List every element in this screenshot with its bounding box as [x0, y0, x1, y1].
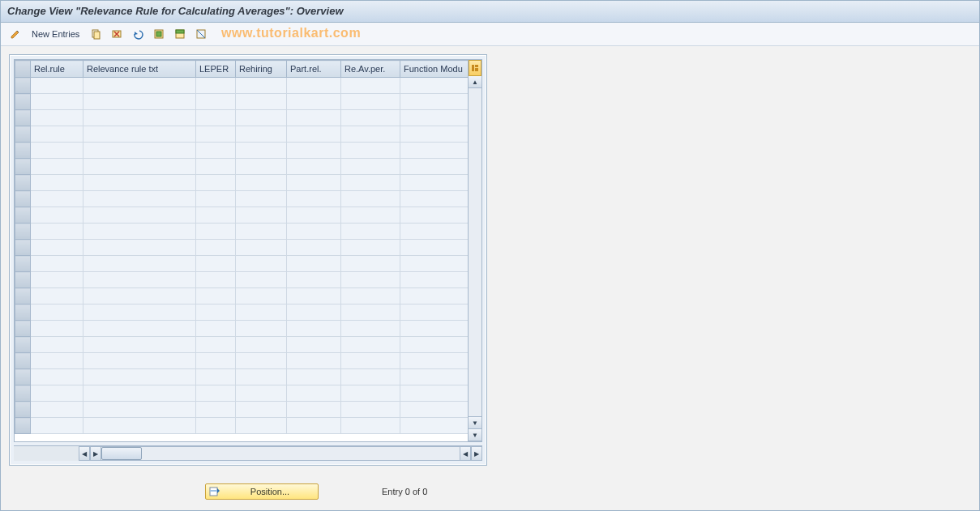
- cell[interactable]: [341, 240, 400, 256]
- cell[interactable]: [196, 353, 236, 369]
- scroll-right-inner-icon[interactable]: ▶: [90, 446, 101, 461]
- cell[interactable]: [400, 402, 469, 418]
- cell[interactable]: [196, 304, 236, 321]
- table-row[interactable]: [15, 321, 469, 337]
- table-row[interactable]: [15, 337, 469, 353]
- column-header[interactable]: Relevance rule txt: [83, 61, 196, 78]
- cell[interactable]: [287, 94, 341, 110]
- cell[interactable]: [196, 159, 236, 175]
- table-row[interactable]: [15, 110, 469, 126]
- cell[interactable]: [31, 353, 83, 369]
- cell[interactable]: [83, 78, 196, 94]
- cell[interactable]: [287, 272, 341, 288]
- cell[interactable]: [31, 304, 83, 321]
- cell[interactable]: [341, 159, 400, 175]
- table-row[interactable]: [15, 191, 469, 207]
- cell[interactable]: [31, 418, 83, 434]
- cell[interactable]: [400, 272, 469, 288]
- cell[interactable]: [31, 240, 83, 256]
- cell[interactable]: [83, 304, 196, 321]
- cell[interactable]: [400, 224, 469, 240]
- cell[interactable]: [341, 369, 400, 385]
- cell[interactable]: [400, 94, 469, 110]
- cell[interactable]: [196, 143, 236, 159]
- row-selector[interactable]: [15, 353, 31, 369]
- change-icon[interactable]: [7, 26, 24, 42]
- table-row[interactable]: [15, 369, 469, 385]
- cell[interactable]: [236, 240, 287, 256]
- scroll-down-icon[interactable]: ▼: [469, 416, 481, 428]
- cell[interactable]: [236, 159, 287, 175]
- cell[interactable]: [400, 191, 469, 207]
- cell[interactable]: [236, 369, 287, 385]
- cell[interactable]: [236, 288, 287, 304]
- cell[interactable]: [31, 94, 83, 110]
- horizontal-scrollbar[interactable]: ◀ ▶ ◀ ▶: [14, 445, 482, 461]
- cell[interactable]: [83, 94, 196, 110]
- cell[interactable]: [287, 175, 341, 191]
- row-selector[interactable]: [15, 288, 31, 304]
- row-selector[interactable]: [15, 143, 31, 159]
- cell[interactable]: [400, 110, 469, 126]
- hscroll-track[interactable]: [101, 446, 460, 461]
- cell[interactable]: [287, 240, 341, 256]
- cell[interactable]: [236, 321, 287, 337]
- cell[interactable]: [31, 321, 83, 337]
- row-selector[interactable]: [15, 337, 31, 353]
- row-selector[interactable]: [15, 304, 31, 321]
- scroll-left2-icon[interactable]: ◀: [460, 446, 471, 461]
- select-block-icon[interactable]: [172, 26, 188, 42]
- cell[interactable]: [341, 385, 400, 402]
- cell[interactable]: [400, 418, 469, 434]
- cell[interactable]: [341, 272, 400, 288]
- cell[interactable]: [287, 418, 341, 434]
- cell[interactable]: [83, 110, 196, 126]
- table-row[interactable]: [15, 288, 469, 304]
- column-header[interactable]: LEPER: [196, 61, 236, 78]
- cell[interactable]: [83, 207, 196, 224]
- table-row[interactable]: [15, 240, 469, 256]
- cell[interactable]: [83, 321, 196, 337]
- cell[interactable]: [31, 78, 83, 94]
- cell[interactable]: [83, 143, 196, 159]
- cell[interactable]: [236, 418, 287, 434]
- cell[interactable]: [341, 126, 400, 143]
- cell[interactable]: [400, 207, 469, 224]
- cell[interactable]: [400, 159, 469, 175]
- cell[interactable]: [196, 207, 236, 224]
- cell[interactable]: [287, 385, 341, 402]
- data-table[interactable]: Rel.ruleRelevance rule txtLEPERRehiringP…: [14, 59, 469, 442]
- table-row[interactable]: [15, 304, 469, 321]
- cell[interactable]: [287, 143, 341, 159]
- deselect-all-icon[interactable]: [193, 26, 209, 42]
- cell[interactable]: [31, 126, 83, 143]
- row-selector[interactable]: [15, 191, 31, 207]
- select-all-icon[interactable]: [151, 26, 167, 42]
- cell[interactable]: [83, 256, 196, 272]
- row-selector[interactable]: [15, 369, 31, 385]
- cell[interactable]: [287, 78, 341, 94]
- cell[interactable]: [400, 78, 469, 94]
- cell[interactable]: [287, 402, 341, 418]
- cell[interactable]: [83, 385, 196, 402]
- cell[interactable]: [287, 126, 341, 143]
- vscroll-track[interactable]: [469, 88, 481, 416]
- column-header[interactable]: Part.rel.: [287, 61, 341, 78]
- scroll-down2-icon[interactable]: ▼: [469, 428, 481, 441]
- undo-icon[interactable]: [130, 26, 146, 42]
- row-selector[interactable]: [15, 78, 31, 94]
- table-row[interactable]: [15, 143, 469, 159]
- cell[interactable]: [341, 94, 400, 110]
- row-selector[interactable]: [15, 159, 31, 175]
- cell[interactable]: [196, 110, 236, 126]
- table-row[interactable]: [15, 159, 469, 175]
- cell[interactable]: [31, 224, 83, 240]
- cell[interactable]: [287, 369, 341, 385]
- cell[interactable]: [287, 110, 341, 126]
- cell[interactable]: [83, 418, 196, 434]
- row-selector[interactable]: [15, 126, 31, 143]
- cell[interactable]: [196, 256, 236, 272]
- new-entries-button[interactable]: New Entries: [28, 28, 83, 40]
- cell[interactable]: [400, 175, 469, 191]
- row-selector[interactable]: [15, 224, 31, 240]
